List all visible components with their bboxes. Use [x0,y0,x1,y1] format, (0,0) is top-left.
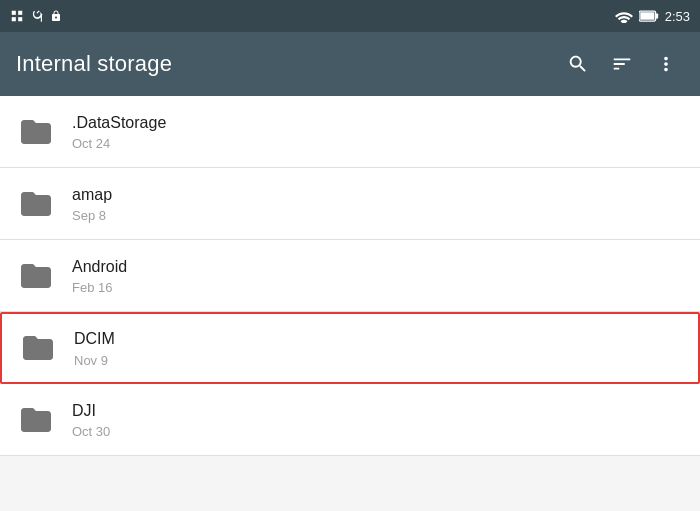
folder-svg [20,330,56,366]
svg-rect-1 [18,11,22,15]
folder-icon [16,256,56,296]
file-info: Android Feb 16 [72,256,127,295]
page-title: Internal storage [16,51,172,77]
svg-rect-5 [655,14,658,19]
search-button[interactable] [560,46,596,82]
lock-icon [50,9,62,23]
status-bar-left [10,9,62,23]
folder-icon [16,400,56,440]
status-bar-right: 2:53 [615,9,690,24]
status-time: 2:53 [665,9,690,24]
battery-icon [639,9,659,23]
file-name: DJI [72,400,110,422]
search-icon [567,53,589,75]
list-item[interactable]: Android Feb 16 [0,240,700,312]
file-date: Nov 9 [74,353,115,368]
sort-button[interactable] [604,46,640,82]
status-bar: 2:53 [0,0,700,32]
svg-rect-2 [12,17,16,21]
list-item[interactable]: .DataStorage Oct 24 [0,96,700,168]
file-info: .DataStorage Oct 24 [72,112,166,151]
file-date: Sep 8 [72,208,112,223]
app-bar-actions [560,46,684,82]
svg-rect-0 [12,11,16,15]
file-list: .DataStorage Oct 24 amap Sep 8 Android F… [0,96,700,456]
list-item[interactable]: DJI Oct 30 [0,384,700,456]
folder-icon [16,184,56,224]
file-info: DCIM Nov 9 [74,328,115,367]
folder-svg [18,114,54,150]
sort-icon [611,53,633,75]
file-name: .DataStorage [72,112,166,134]
file-date: Oct 24 [72,136,166,151]
more-options-button[interactable] [648,46,684,82]
file-info: DJI Oct 30 [72,400,110,439]
app-bar: Internal storage [0,32,700,96]
wifi-icon [615,9,633,23]
folder-svg [18,402,54,438]
file-date: Oct 30 [72,424,110,439]
more-vertical-icon [655,53,677,75]
wrench-icon [30,9,44,23]
list-item[interactable]: DCIM Nov 9 [0,312,700,384]
folder-svg [18,258,54,294]
svg-rect-6 [640,12,654,20]
list-item[interactable]: amap Sep 8 [0,168,700,240]
settings-icon [10,9,24,23]
file-info: amap Sep 8 [72,184,112,223]
file-name: amap [72,184,112,206]
file-date: Feb 16 [72,280,127,295]
file-name: Android [72,256,127,278]
file-name: DCIM [74,328,115,350]
svg-rect-3 [18,17,22,21]
folder-svg [18,186,54,222]
folder-icon [16,112,56,152]
folder-icon [18,328,58,368]
